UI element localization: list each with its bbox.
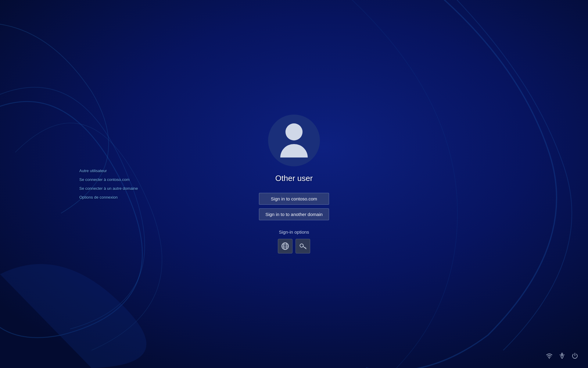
- signin-contoso-button[interactable]: Sign in to contoso.com: [259, 193, 329, 205]
- user-name-label: Other user: [275, 174, 313, 183]
- accessibility-icon[interactable]: [559, 352, 565, 361]
- svg-line-8: [305, 247, 305, 248]
- login-panel: Other user Sign in to contoso.com Sign i…: [259, 115, 329, 253]
- avatar: [268, 115, 320, 166]
- power-icon[interactable]: [572, 352, 578, 361]
- svg-point-6: [300, 244, 303, 247]
- globe-icon-button[interactable]: [278, 239, 292, 253]
- svg-line-9: [306, 248, 306, 249]
- signin-domain-button[interactable]: Sign in to to another domain: [259, 208, 329, 220]
- system-icons-bar: [546, 352, 578, 361]
- sidebar-item-se-connecter-autre-domaine[interactable]: Se connecter à un autre domaine: [79, 186, 138, 191]
- signin-options-label: Sign-in options: [279, 229, 309, 235]
- avatar-head: [285, 123, 303, 140]
- left-sidebar-menu: Autre utilisateur Se connecter à contoso…: [79, 168, 138, 200]
- wifi-icon[interactable]: [546, 352, 553, 361]
- signin-options-icons: [278, 239, 310, 253]
- avatar-icon: [280, 123, 308, 157]
- sidebar-item-se-connecter-contoso[interactable]: Se connecter à contoso.com: [79, 177, 138, 182]
- key-icon-button[interactable]: [296, 239, 310, 253]
- avatar-body: [280, 144, 308, 157]
- svg-point-10: [549, 358, 550, 359]
- sidebar-item-options-connexion[interactable]: Options de connexion: [79, 195, 138, 200]
- sidebar-item-autre-utilisateur[interactable]: Autre utilisateur: [79, 168, 138, 173]
- svg-point-11: [561, 353, 563, 354]
